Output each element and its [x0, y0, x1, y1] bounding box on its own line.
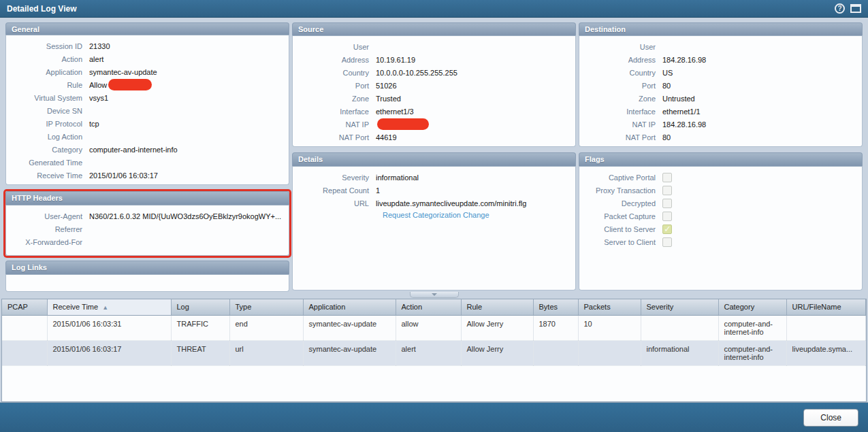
column-header-pcap[interactable]: PCAP	[2, 299, 47, 315]
field-label: Interface	[295, 107, 376, 116]
column-header-packets[interactable]: Packets	[578, 299, 641, 315]
field-row-virtual-system: Virtual Systemvsys1	[9, 91, 283, 104]
field-label: Zone	[582, 95, 662, 103]
request-categorization-change-link[interactable]: Request Categorization Change	[383, 211, 489, 219]
field-value: 80	[662, 133, 671, 142]
flag-row-packet-capture: Packet Capture	[582, 210, 856, 222]
field-row-src-nat-ip: NAT IP	[295, 118, 570, 131]
column-header-category[interactable]: Category	[718, 299, 786, 315]
packet-capture-checkbox[interactable]	[662, 212, 672, 221]
http-headers-panel: HTTP Headers User-AgentN360/21.6.0.32 MI…	[5, 191, 289, 256]
field-value: 10.0.0.0-10.255.255.255	[376, 69, 457, 77]
decrypted-checkbox[interactable]	[662, 199, 672, 208]
field-label: Severity	[295, 173, 376, 182]
cell-application: symantec-av-update	[303, 340, 396, 365]
column-header-application[interactable]: Application	[303, 299, 396, 315]
field-row-url: URLliveupdate.symantecliveupdate.com/min…	[295, 197, 570, 210]
field-row-session-id: Session ID21330	[9, 39, 283, 52]
column-header-action[interactable]: Action	[396, 299, 461, 315]
field-value: Allow	[89, 79, 152, 90]
column-header-url-filename[interactable]: URL/FileName	[786, 299, 866, 315]
captive-portal-checkbox[interactable]	[662, 173, 672, 182]
cell-log: TRAFFIC	[171, 315, 229, 340]
column-header-severity[interactable]: Severity	[641, 299, 718, 315]
field-row-dst-port: Port80	[582, 79, 856, 92]
field-label: Country	[295, 69, 376, 77]
field-row-dst-interface: Interfaceethernet1/1	[582, 105, 856, 118]
field-value: 21330	[89, 42, 110, 50]
field-label: X-Forwarded-For	[9, 238, 89, 246]
log-row-threat[interactable]: 2015/01/06 16:03:17 THREAT url symantec-…	[2, 340, 866, 365]
column-header-rule[interactable]: Rule	[461, 299, 533, 315]
field-label: Address	[295, 56, 376, 64]
field-row-dst-user: User	[582, 40, 856, 53]
panel-table-splitter[interactable]	[0, 292, 868, 299]
field-label: Decrypted	[582, 199, 662, 207]
column-header-log[interactable]: Log	[171, 299, 229, 315]
related-logs-table-area: PCAP Receive Time▲ Log Type Application …	[1, 299, 867, 402]
detail-panels-area: General Session ID21330 Actionalert Appl…	[0, 18, 868, 292]
field-value: N360/21.6.0.32 MID/{UuWO3dzs6OyEBklzyr9o…	[89, 212, 281, 220]
window-icon[interactable]	[850, 4, 861, 13]
http-headers-panel-header: HTTP Headers	[5, 191, 289, 205]
field-row-dst-zone: ZoneUntrusted	[582, 92, 856, 105]
field-row-src-port: Port51026	[295, 79, 570, 92]
field-row-src-zone: ZoneTrusted	[295, 92, 570, 105]
source-panel-header: Source	[292, 22, 576, 35]
field-value: liveupdate.symantecliveupdate.com/minitr…	[376, 199, 526, 207]
field-row-src-nat-port: NAT Port44619	[295, 131, 570, 144]
field-label: Captive Portal	[582, 173, 662, 182]
client-to-server-checkbox[interactable]	[662, 225, 672, 234]
field-row-referrer: Referrer	[9, 222, 283, 235]
field-label: Referrer	[9, 225, 89, 233]
close-button[interactable]: Close	[803, 409, 858, 427]
dialog-footer: Close	[0, 402, 868, 432]
field-label: NAT Port	[295, 133, 376, 142]
field-row-ip-protocol: IP Protocoltcp	[9, 117, 283, 130]
cell-packets: 10	[578, 315, 641, 340]
field-value: US	[662, 69, 673, 77]
proxy-transaction-checkbox[interactable]	[662, 186, 672, 195]
redaction-mark	[108, 79, 152, 90]
cell-receive-time: 2015/01/06 16:03:17	[47, 340, 171, 365]
field-label: Repeat Count	[295, 186, 376, 195]
details-panel-body: Severityinformational Repeat Count1 URLl…	[292, 166, 576, 290]
cell-receive-time: 2015/01/06 16:03:31	[47, 315, 171, 340]
field-value: computer-and-internet-info	[89, 146, 178, 154]
server-to-client-checkbox[interactable]	[662, 237, 672, 247]
flags-panel-body: Captive Portal Proxy Transaction Decrypt…	[579, 166, 863, 290]
field-label: NAT Port	[582, 133, 662, 142]
cell-url-filename: liveupdate.syma...	[786, 340, 866, 365]
field-value: 184.28.16.98	[662, 56, 706, 64]
field-value: 10.19.61.19	[376, 56, 415, 64]
field-value: 1	[376, 186, 380, 195]
column-header-type[interactable]: Type	[229, 299, 303, 315]
field-label: Action	[9, 55, 89, 63]
field-label: Zone	[295, 95, 376, 103]
field-value: Trusted	[376, 95, 401, 103]
field-row-action: Actionalert	[9, 52, 283, 65]
field-row-dst-address: Address184.28.16.98	[582, 53, 856, 66]
column-header-bytes[interactable]: Bytes	[533, 299, 578, 315]
field-row-severity: Severityinformational	[295, 171, 570, 184]
field-value: 80	[662, 82, 671, 90]
log-links-panel: Log Links	[5, 261, 289, 292]
log-row-traffic[interactable]: 2015/01/06 16:03:31 TRAFFIC end symantec…	[2, 315, 866, 340]
field-row-category: Categorycomputer-and-internet-info	[9, 143, 283, 156]
log-links-panel-body	[5, 274, 289, 292]
destination-panel: Destination User Address184.28.16.98 Cou…	[579, 22, 863, 147]
column-header-receive-time[interactable]: Receive Time▲	[47, 299, 171, 315]
help-icon[interactable]: ?	[835, 3, 845, 14]
field-label: Rule	[9, 81, 89, 89]
field-row-rule: RuleAllow	[9, 78, 283, 91]
field-value: alert	[89, 55, 103, 63]
field-row-src-country: Country10.0.0.0-10.255.255.255	[295, 66, 570, 79]
field-label: NAT IP	[295, 120, 376, 129]
field-value: 51026	[376, 82, 397, 90]
log-links-panel-header: Log Links	[5, 261, 289, 274]
field-value: 2015/01/06 16:03:17	[89, 171, 158, 180]
panel-column-left: General Session ID21330 Actionalert Appl…	[5, 22, 289, 292]
destination-panel-body: User Address184.28.16.98 CountryUS Port8…	[579, 35, 863, 147]
field-row-receive-time: Receive Time2015/01/06 16:03:17	[9, 169, 283, 182]
field-value: 184.28.16.98	[662, 120, 706, 129]
